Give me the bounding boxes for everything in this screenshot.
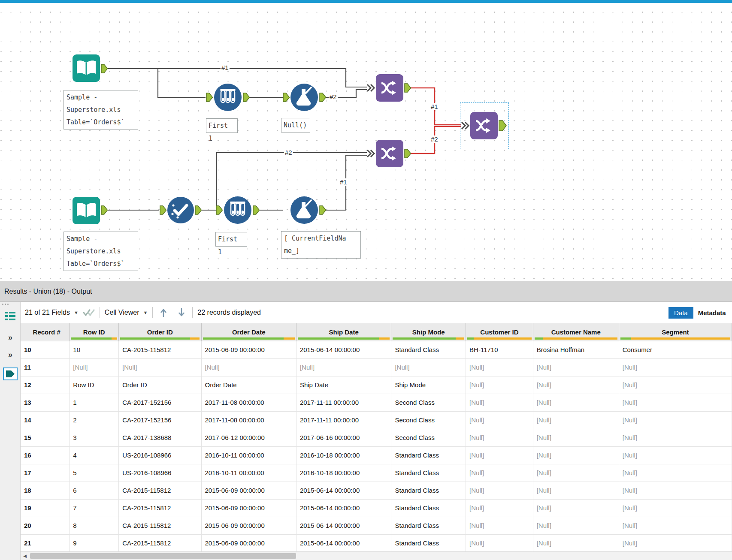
results-config-button[interactable]: [3, 310, 17, 322]
cell[interactable]: [Null]: [466, 394, 533, 411]
cell[interactable]: 10: [70, 341, 119, 358]
apply-button[interactable]: [83, 307, 95, 319]
cell[interactable]: 2017-11-11 00:00:00: [296, 411, 391, 429]
cell[interactable]: 2016-10-18 00:00:00: [296, 464, 391, 482]
column-header[interactable]: Ship Date: [296, 323, 391, 341]
cell[interactable]: Order ID: [119, 376, 201, 394]
cell[interactable]: 2015-06-14 00:00:00: [296, 534, 391, 551]
cell[interactable]: 2017-11-08 00:00:00: [201, 394, 296, 411]
output-anchor-chevron-button[interactable]: »: [3, 349, 17, 361]
cell[interactable]: [Null]: [119, 358, 201, 376]
cell[interactable]: Second Class: [391, 411, 466, 429]
tool-sample-2[interactable]: [223, 196, 252, 226]
cell[interactable]: [Null]: [466, 534, 533, 551]
cell[interactable]: Second Class: [391, 394, 466, 411]
cell[interactable]: CA-2017-152156: [119, 411, 201, 429]
cell[interactable]: 2015-06-09 00:00:00: [201, 517, 296, 534]
tool-union-1[interactable]: [375, 74, 404, 104]
cell[interactable]: [Null]: [466, 464, 533, 482]
cell[interactable]: [Null]: [533, 499, 619, 517]
column-header[interactable]: Row ID: [70, 323, 119, 341]
cell[interactable]: [Null]: [533, 517, 619, 534]
cell[interactable]: 2015-06-09 00:00:00: [201, 482, 296, 499]
cell[interactable]: [Null]: [466, 376, 533, 394]
cell[interactable]: 3: [70, 429, 119, 446]
row-number[interactable]: 13: [21, 394, 70, 411]
cell[interactable]: [Null]: [466, 482, 533, 499]
column-header[interactable]: Segment: [619, 323, 732, 341]
cell[interactable]: [Null]: [533, 358, 619, 376]
table-row[interactable]: 153CA-2017-1386882017-06-12 00:00:002017…: [21, 429, 732, 446]
cell[interactable]: [Null]: [619, 517, 732, 534]
cell[interactable]: 9: [70, 534, 119, 551]
cell[interactable]: 2015-06-14 00:00:00: [296, 482, 391, 499]
cell[interactable]: 2017-06-12 00:00:00: [201, 429, 296, 446]
cell[interactable]: 2016-10-18 00:00:00: [296, 446, 391, 464]
table-row[interactable]: 197CA-2015-1158122015-06-09 00:00:002015…: [21, 499, 732, 517]
row-number[interactable]: 16: [21, 446, 70, 464]
cell[interactable]: 7: [70, 499, 119, 517]
scrollbar-thumb[interactable]: [30, 553, 296, 559]
cell[interactable]: CA-2015-115812: [119, 517, 201, 534]
move-down-button[interactable]: [175, 307, 188, 319]
column-header[interactable]: Ship Mode: [391, 323, 466, 341]
cell[interactable]: 2015-06-14 00:00:00: [296, 517, 391, 534]
table-row[interactable]: 175US-2016-1089662016-10-11 00:00:002016…: [21, 464, 732, 482]
cell[interactable]: 4: [70, 446, 119, 464]
tool-union-output-selected[interactable]: [470, 111, 498, 142]
row-number[interactable]: 15: [21, 429, 70, 446]
table-row[interactable]: 12Row IDOrder IDOrder DateShip DateShip …: [21, 376, 732, 394]
cell[interactable]: Standard Class: [391, 464, 466, 482]
tab-metadata[interactable]: Metadata: [693, 307, 726, 319]
cell[interactable]: Standard Class: [391, 534, 466, 551]
horizontal-scrollbar[interactable]: ◀: [21, 551, 732, 560]
cell[interactable]: 2015-06-09 00:00:00: [201, 534, 296, 551]
cell[interactable]: [Null]: [533, 394, 619, 411]
table-row[interactable]: 1010CA-2015-1158122015-06-09 00:00:00201…: [21, 341, 732, 358]
row-number[interactable]: 11: [21, 358, 70, 376]
column-header-record[interactable]: Record #: [21, 323, 70, 341]
tab-data[interactable]: Data: [668, 307, 693, 319]
cell[interactable]: [Null]: [533, 446, 619, 464]
cell[interactable]: 8: [70, 517, 119, 534]
column-header[interactable]: Order ID: [119, 323, 201, 341]
table-row[interactable]: 219CA-2015-1158122015-06-09 00:00:002015…: [21, 534, 732, 551]
cell[interactable]: [Null]: [466, 446, 533, 464]
table-row[interactable]: 11[Null][Null][Null][Null][Null][Null][N…: [21, 358, 732, 376]
table-row[interactable]: 208CA-2015-1158122015-06-09 00:00:002015…: [21, 517, 732, 534]
cell[interactable]: CA-2015-115812: [119, 341, 201, 358]
column-header[interactable]: Customer Name: [533, 323, 619, 341]
cell[interactable]: US-2016-108966: [119, 464, 201, 482]
row-number[interactable]: 14: [21, 411, 70, 429]
row-number[interactable]: 18: [21, 482, 70, 499]
cell[interactable]: [Null]: [391, 358, 466, 376]
row-number[interactable]: 10: [21, 341, 70, 358]
table-row[interactable]: 164US-2016-1089662016-10-11 00:00:002016…: [21, 446, 732, 464]
cell[interactable]: Consumer: [619, 341, 732, 358]
cell[interactable]: CA-2015-115812: [119, 534, 201, 551]
cell[interactable]: 2017-11-11 00:00:00: [296, 394, 391, 411]
tool-formula-1[interactable]: [290, 83, 319, 114]
tool-union-2[interactable]: [375, 139, 404, 169]
annotation-input-1[interactable]: Sample - Superstore.xls Table=`Orders$`: [64, 90, 138, 129]
cell[interactable]: 2: [70, 411, 119, 429]
workflow-canvas[interactable]: Sample - Superstore.xls Table=`Orders$` …: [0, 0, 732, 281]
table-row[interactable]: 131CA-2017-1521562017-11-08 00:00:002017…: [21, 394, 732, 411]
cell[interactable]: CA-2017-152156: [119, 394, 201, 411]
cell[interactable]: [Null]: [619, 358, 732, 376]
row-number[interactable]: 12: [21, 376, 70, 394]
table-row[interactable]: 186CA-2015-1158122015-06-09 00:00:002015…: [21, 482, 732, 499]
cell[interactable]: Standard Class: [391, 499, 466, 517]
cell[interactable]: [Null]: [70, 358, 119, 376]
tool-input-data-1[interactable]: [72, 54, 100, 84]
cell[interactable]: [Null]: [619, 499, 732, 517]
cell[interactable]: CA-2017-138688: [119, 429, 201, 446]
row-number[interactable]: 20: [21, 517, 70, 534]
table-row[interactable]: 142CA-2017-1521562017-11-08 00:00:002017…: [21, 411, 732, 429]
cell[interactable]: [Null]: [619, 446, 732, 464]
cell[interactable]: [Null]: [466, 517, 533, 534]
cell[interactable]: 5: [70, 464, 119, 482]
annotation-sample-1[interactable]: First 1: [206, 118, 238, 133]
annotation-formula-1[interactable]: Null(): [281, 118, 310, 132]
cell[interactable]: CA-2015-115812: [119, 482, 201, 499]
